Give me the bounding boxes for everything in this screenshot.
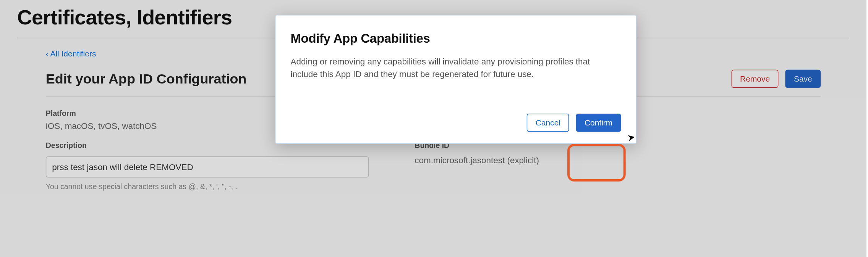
confirm-button[interactable]: Confirm [576, 113, 621, 132]
remove-button[interactable]: Remove [732, 70, 779, 88]
action-buttons: Remove Save [732, 70, 821, 88]
description-help: You cannot use special characters such a… [46, 182, 369, 191]
modal-body-text: Adding or removing any capabilities will… [290, 55, 599, 80]
config-title: Edit your App ID Configuration [46, 71, 247, 87]
modal-actions: Cancel Confirm [290, 113, 621, 132]
description-input[interactable] [46, 156, 369, 177]
page-root: Certificates, Identifiers ‹ All Identifi… [0, 0, 866, 257]
bundle-id-value: com.microsoft.jasontest (explicit) [415, 155, 539, 165]
bundle-col: Bundle ID com.microsoft.jasontest (expli… [415, 141, 539, 191]
description-col: Description You cannot use special chara… [46, 141, 369, 191]
modify-capabilities-modal: Modify App Capabilities Adding or removi… [275, 15, 636, 144]
description-bundle-row: Description You cannot use special chara… [46, 141, 821, 191]
cancel-button[interactable]: Cancel [527, 113, 569, 132]
back-all-identifiers-link[interactable]: ‹ All Identifiers [46, 49, 96, 58]
modal-title: Modify App Capabilities [290, 31, 621, 46]
save-button[interactable]: Save [785, 70, 821, 88]
